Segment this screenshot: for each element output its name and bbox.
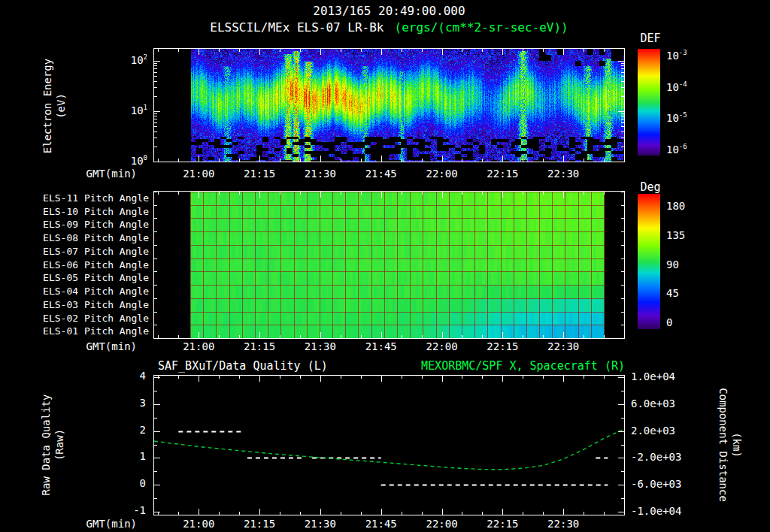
x-tick-label: 21:15 (237, 168, 282, 180)
spectrogram-ylabel-line2: (eV) (54, 59, 68, 153)
pitch-xtick-labels: 21:0021:1521:3021:4522:0022:1522:30 (154, 341, 624, 353)
quality-ytick-label: 4 (140, 370, 146, 382)
quality-ytick-label: -1 (133, 505, 146, 516)
distance-ytick-labels: 1.0e+046.0e+032.0e+03-2.0e+03-6.0e+03-1.… (629, 376, 688, 515)
distance-ytick-label: 6.0e+03 (631, 398, 675, 410)
quality-xtick-labels: 21:0021:1521:3021:4522:0022:1522:30 (154, 518, 624, 530)
x-tick-label: 22:15 (480, 168, 525, 180)
pitch-row-label: ELS-01 Pitch Angle (43, 326, 149, 337)
deg-colorbar-tick: 135 (666, 230, 685, 241)
spectrogram-ylabel-line1: Electron Energy (41, 59, 54, 153)
def-colorbar-tick: 10-6 (666, 144, 687, 156)
x-tick-label: 21:45 (359, 341, 404, 352)
quality-ylabel-line1: Raw Data Quality (39, 394, 53, 496)
quality-ytick-label: 0 (140, 478, 146, 489)
def-colorbar-tick: 10-4 (666, 81, 687, 93)
def-colorbar-tick: 10-3 (666, 50, 687, 62)
x-tick-label: 21:45 (359, 518, 404, 530)
x-tick-label: 22:00 (420, 341, 465, 352)
x-tick-label: 21:00 (176, 341, 221, 352)
quality-orbit-panel (153, 375, 625, 515)
x-tick-label: 21:30 (298, 341, 343, 352)
pitch-row-label: ELS-02 Pitch Angle (43, 313, 149, 324)
x-tick-label: 22:00 (420, 168, 465, 180)
distance-ytick-label: -2.0e+03 (631, 452, 681, 463)
pitch-row-label: ELS-10 Pitch Angle (43, 207, 149, 217)
electron-spectrogram-canvas (154, 49, 624, 162)
quality-ytick-labels: 43210-1 (116, 376, 149, 515)
x-tick-label: 21:45 (359, 168, 404, 180)
x-tick-label: 21:30 (298, 168, 343, 180)
deg-colorbar-tick: 45 (666, 288, 679, 299)
x-tick-label: 21:00 (176, 518, 221, 530)
electron-spectrogram-panel (153, 48, 625, 162)
spectrogram-title-row: ELSSCIL/MEx ELS-07 LR-Bk (ergs/(cm**2-sr… (153, 20, 625, 35)
gmt-axis-label-3: GMT(min) (75, 518, 137, 530)
spectrogram-title: ELSSCIL/MEx ELS-07 LR-Bk (210, 20, 383, 35)
deg-colorbar-tick: 90 (666, 259, 679, 271)
deg-colorbar-label: Deg (635, 180, 665, 194)
quality-ylabel-line2: (Raw) (53, 394, 66, 496)
datetime-title: 2013/165 20:49:00.000 (153, 4, 625, 18)
gmt-axis-label-2: GMT(min) (75, 341, 137, 352)
energy-ytick-label: 100 (131, 155, 147, 167)
plot-screen: 2013/165 20:49:00.000 ELSSCIL/MEx ELS-07… (0, 0, 770, 532)
pitch-row-label: ELS-11 Pitch Angle (43, 193, 149, 204)
x-tick-label: 21:15 (237, 518, 282, 530)
def-colorbar-label: DEF (635, 32, 665, 45)
def-colorbar (638, 49, 660, 156)
distance-ylabel-line1: Component Distance (717, 388, 730, 502)
energy-ytick-label: 101 (131, 104, 147, 116)
pitch-row-label: ELS-05 Pitch Angle (43, 273, 149, 283)
quality-ytick-label: 1 (140, 451, 146, 462)
def-colorbar-tick-labels: 10-310-410-510-6 (665, 49, 714, 159)
distance-ylabel-line2: (km) (730, 388, 744, 502)
pitch-row-label: ELS-08 Pitch Angle (43, 233, 149, 243)
distance-ytick-label: 2.0e+03 (631, 425, 675, 437)
orbit-title-right: MEXORBMC/SPF X, Spacecraft (R) (153, 359, 625, 373)
energy-ytick-label: 102 (131, 54, 147, 66)
pitch-row-label: ELS-09 Pitch Angle (43, 219, 149, 230)
x-tick-label: 22:00 (420, 518, 465, 530)
spectrogram-ytick-labels: 100101102 (114, 49, 150, 163)
gmt-axis-label-1: GMT(min) (75, 168, 137, 180)
pitch-row-label: ELS-04 Pitch Angle (43, 286, 149, 297)
spectrogram-units-label: (ergs/(cm**2-sr-sec-eV)) (395, 20, 568, 35)
pitch-angle-canvas (154, 192, 624, 338)
x-tick-label: 22:15 (480, 518, 525, 530)
spectrogram-xtick-labels: 21:0021:1521:3021:4522:0022:1522:30 (154, 168, 624, 180)
pitch-angle-panel (153, 191, 625, 339)
def-colorbar-tick: 10-5 (666, 112, 687, 124)
x-tick-label: 22:30 (541, 168, 586, 180)
x-tick-label: 22:30 (541, 341, 586, 352)
quality-orbit-canvas (154, 376, 624, 515)
quality-ytick-label: 2 (140, 425, 146, 436)
distance-ytick-label: -6.0e+03 (631, 479, 681, 490)
deg-colorbar-tick: 180 (666, 201, 685, 212)
pitch-row-label: ELS-06 Pitch Angle (43, 260, 149, 271)
deg-colorbar-tick-labels: 18013590450 (665, 194, 702, 332)
deg-colorbar (638, 194, 660, 329)
quality-ytick-label: 3 (140, 397, 146, 409)
pitch-row-label: ELS-07 Pitch Angle (43, 246, 149, 257)
deg-colorbar-tick: 0 (666, 317, 672, 328)
distance-ytick-label: -1.0e+04 (631, 506, 681, 517)
x-tick-label: 21:00 (176, 168, 221, 180)
x-tick-label: 21:15 (237, 341, 282, 352)
pitch-row-label: ELS-03 Pitch Angle (43, 300, 149, 310)
x-tick-label: 22:15 (480, 341, 525, 352)
x-tick-label: 21:30 (298, 518, 343, 530)
distance-ytick-label: 1.0e+04 (631, 371, 675, 382)
pitch-row-labels: ELS-11 Pitch AngleELS-10 Pitch AngleELS-… (42, 192, 150, 338)
x-tick-label: 22:30 (541, 518, 586, 530)
